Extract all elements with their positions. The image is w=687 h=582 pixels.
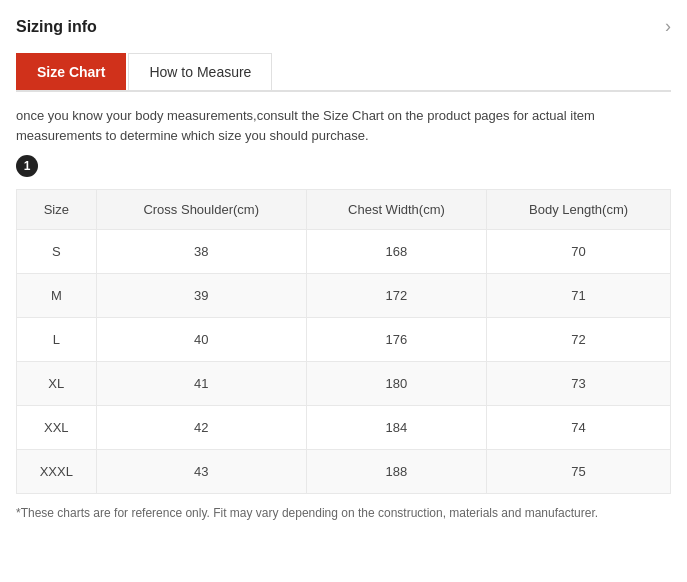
table-cell-r0-c2: 168 — [306, 230, 486, 274]
table-cell-r3-c0: XL — [17, 362, 97, 406]
table-cell-r1-c3: 71 — [487, 274, 671, 318]
table-cell-r0-c1: 38 — [96, 230, 306, 274]
step-badge: 1 — [16, 155, 38, 177]
table-cell-r5-c1: 43 — [96, 450, 306, 494]
table-cell-r5-c2: 188 — [306, 450, 486, 494]
table-header-row: Size Cross Shoulder(cm) Chest Width(cm) … — [17, 190, 671, 230]
table-cell-r4-c0: XXL — [17, 406, 97, 450]
page-title: Sizing info — [16, 18, 97, 36]
table-cell-r2-c3: 72 — [487, 318, 671, 362]
table-cell-r0-c0: S — [17, 230, 97, 274]
header-row: Sizing info › — [16, 16, 671, 37]
table-cell-r5-c0: XXXL — [17, 450, 97, 494]
page-container: Sizing info › Size Chart How to Measure … — [0, 0, 687, 536]
table-cell-r3-c3: 73 — [487, 362, 671, 406]
table-cell-r3-c1: 41 — [96, 362, 306, 406]
table-cell-r3-c2: 180 — [306, 362, 486, 406]
table-row: M3917271 — [17, 274, 671, 318]
size-table: Size Cross Shoulder(cm) Chest Width(cm) … — [16, 189, 671, 494]
table-cell-r2-c1: 40 — [96, 318, 306, 362]
table-cell-r0-c3: 70 — [487, 230, 671, 274]
tabs-row: Size Chart How to Measure — [16, 53, 671, 92]
table-row: XXXL4318875 — [17, 450, 671, 494]
table-cell-r4-c2: 184 — [306, 406, 486, 450]
tab-how-to-measure[interactable]: How to Measure — [128, 53, 272, 90]
table-row: XL4118073 — [17, 362, 671, 406]
col-header-shoulder: Cross Shoulder(cm) — [96, 190, 306, 230]
col-header-chest: Chest Width(cm) — [306, 190, 486, 230]
table-cell-r1-c2: 172 — [306, 274, 486, 318]
table-cell-r1-c1: 39 — [96, 274, 306, 318]
tab-size-chart[interactable]: Size Chart — [16, 53, 126, 90]
table-row: XXL4218474 — [17, 406, 671, 450]
col-header-length: Body Length(cm) — [487, 190, 671, 230]
chevron-right-icon[interactable]: › — [665, 16, 671, 37]
table-row: L4017672 — [17, 318, 671, 362]
table-cell-r1-c0: M — [17, 274, 97, 318]
footer-note: *These charts are for reference only. Fi… — [16, 506, 671, 520]
table-cell-r5-c3: 75 — [487, 450, 671, 494]
table-cell-r4-c1: 42 — [96, 406, 306, 450]
table-cell-r4-c3: 74 — [487, 406, 671, 450]
table-row: S3816870 — [17, 230, 671, 274]
table-cell-r2-c0: L — [17, 318, 97, 362]
description-text: once you know your body measurements,con… — [16, 106, 671, 145]
table-cell-r2-c2: 176 — [306, 318, 486, 362]
col-header-size: Size — [17, 190, 97, 230]
